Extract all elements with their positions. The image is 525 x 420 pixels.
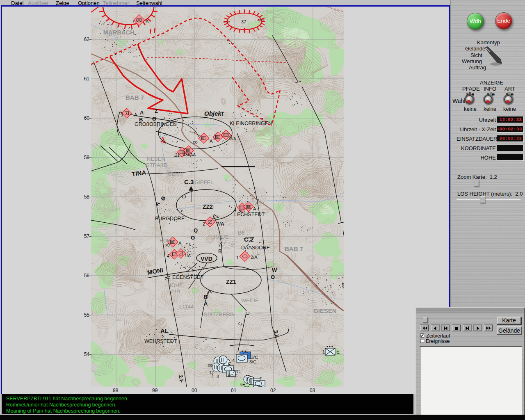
svg-text:B: B [204, 294, 208, 300]
svg-text:MARBACH: MARBACH [103, 29, 135, 36]
svg-text:O: O [271, 274, 275, 280]
svg-text:A: A [178, 241, 182, 246]
svg-text:ZZ2: ZZ2 [203, 203, 213, 210]
svg-text:1: 1 [212, 374, 214, 378]
svg-text:C: C [245, 311, 251, 315]
svg-text:7/A: 7/A [217, 221, 224, 227]
svg-text:C: C [228, 361, 231, 366]
svg-text:7: 7 [132, 19, 135, 24]
svg-text:NEBEN: NEBEN [147, 156, 165, 162]
svg-text:AL: AL [160, 327, 169, 334]
svg-text:STRAßE: STRAßE [146, 162, 167, 168]
svg-text:W: W [272, 267, 277, 273]
svg-text:219: 219 [171, 288, 180, 294]
svg-text:2/A: 2/A [251, 255, 258, 260]
svg-text:WEHRSTEDT: WEHRSTEDT [144, 338, 177, 344]
svg-text:C.3: C.3 [184, 178, 194, 185]
svg-text:C.2: C.2 [244, 236, 253, 243]
svg-text:Objekt: Objekt [204, 110, 224, 117]
svg-text:1/A: 1/A [185, 253, 191, 258]
svg-text:DAASDORF: DAASDORF [241, 245, 270, 251]
svg-text:EGENSTEDT: EGENSTEDT [172, 274, 204, 280]
svg-text:HÖHE: HÖHE [167, 282, 183, 288]
svg-text:9: 9 [121, 112, 123, 117]
svg-text:43&AA: 43&AA [183, 153, 196, 157]
svg-text:O: O [152, 116, 156, 122]
svg-text:xo: xo [208, 363, 212, 368]
svg-text:VVD: VVD [201, 256, 212, 262]
svg-text:ENY: ENY [224, 20, 231, 24]
svg-text:4: 4 [232, 358, 235, 363]
svg-text:SPITZBERG: SPITZBERG [204, 311, 234, 317]
svg-text:C: C [181, 195, 187, 199]
svg-text:B6: B6 [238, 230, 244, 236]
svg-text:4: 4 [234, 208, 236, 212]
svg-text:/2/A: /2/A [229, 137, 236, 141]
svg-text:A: A [204, 301, 208, 307]
svg-text:A: A [210, 139, 213, 144]
svg-text:B: B [139, 116, 143, 123]
svg-text:BAB 7: BAB 7 [285, 245, 303, 252]
svg-text:ENY: ENY [258, 18, 265, 22]
svg-text:1: 1 [236, 255, 239, 260]
svg-text:3/C: 3/C [249, 359, 256, 364]
svg-text:1: 1 [322, 349, 325, 354]
svg-text:ZZ1: ZZ1 [226, 278, 236, 285]
svg-text:co: co [193, 139, 198, 144]
svg-text:B: B [218, 249, 221, 254]
svg-text:A: A [219, 242, 222, 248]
svg-text:BAB 7: BAB 7 [126, 94, 144, 101]
svg-text:C: C [261, 385, 265, 387]
svg-text:/og: /og [244, 385, 249, 387]
svg-text:.21: .21 [174, 153, 180, 158]
svg-text:O: O [191, 235, 195, 241]
svg-text:Q: Q [194, 227, 198, 233]
svg-text:WEIDE: WEIDE [241, 297, 259, 304]
svg-text:3: 3 [239, 209, 242, 214]
svg-text:3: 3 [217, 374, 219, 379]
svg-text:BERG: BERG [168, 171, 183, 177]
svg-text:GIPFEL: GIPFEL [194, 179, 213, 185]
svg-text:A: A [140, 110, 144, 116]
svg-text:2: 2 [203, 221, 205, 226]
svg-text:E: E [336, 349, 340, 355]
svg-text:KLEINOBRINGEN: KLEINOBRINGEN [230, 121, 272, 126]
svg-text:x0: x0 [165, 243, 170, 247]
svg-text:HAUS: HAUS [214, 234, 228, 240]
svg-text:A: A [134, 112, 137, 117]
svg-text:Z: Z [155, 108, 158, 114]
svg-text:37: 37 [241, 19, 246, 24]
svg-text:/IO C: /IO C [228, 374, 237, 378]
svg-text:GIESEN: GIESEN [313, 307, 337, 314]
svg-text:4: 4 [167, 253, 169, 258]
svg-text:A: A [146, 19, 149, 24]
svg-text:BURGDORF: BURGDORF [155, 216, 185, 221]
svg-text:A: A [253, 206, 256, 211]
svg-text:L1144: L1144 [179, 304, 194, 310]
